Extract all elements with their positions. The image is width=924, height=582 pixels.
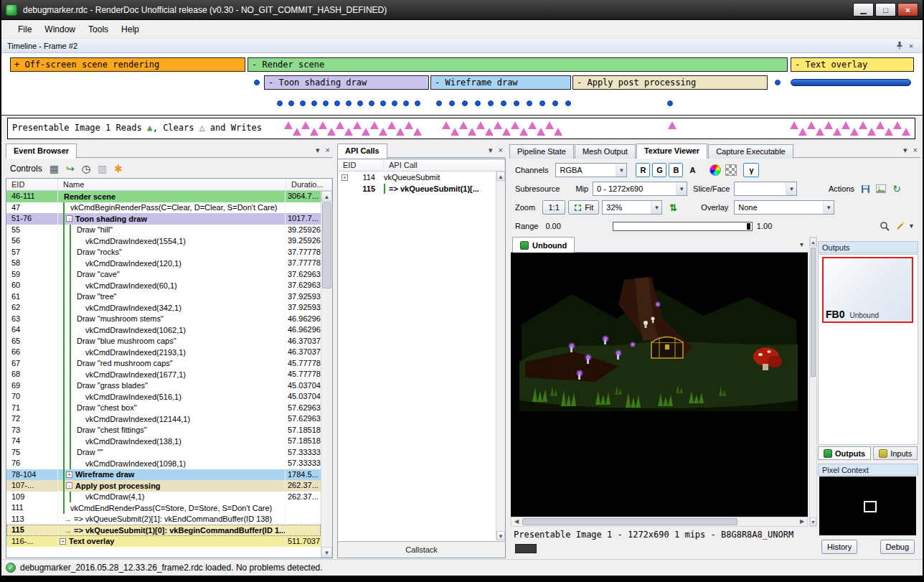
fit-button[interactable]: Fit — [568, 200, 599, 215]
event-row[interactable]: 58vkCmdDrawIndexed(120,1)37.77778 — [6, 258, 321, 269]
draw-marker-dot[interactable] — [392, 100, 397, 106]
chevron-down-icon[interactable]: ▾ — [800, 240, 803, 248]
close-icon[interactable]: × — [499, 146, 503, 155]
tab-texture-viewer[interactable]: Texture Viewer — [636, 144, 707, 159]
channel-r-button[interactable]: R — [636, 163, 650, 177]
pin-icon[interactable] — [894, 41, 905, 51]
find-event-icon[interactable]: ▦ — [50, 164, 59, 174]
fb0-thumbnail[interactable]: FB0 Unbound — [822, 257, 913, 323]
event-row[interactable]: 57Draw "rocks"37.77778 — [6, 247, 321, 258]
tab-inputs[interactable]: Inputs — [873, 446, 918, 460]
close-icon[interactable]: × — [913, 146, 918, 155]
timeline-bar-render-scene[interactable]: - Render scene — [248, 57, 788, 72]
draw-marker-dot[interactable] — [552, 100, 558, 106]
event-row[interactable]: 116-...+Text overlay511.7037 — [6, 536, 321, 548]
event-row[interactable]: 73Draw "chest fittings"57.18518 — [6, 425, 321, 436]
write-marker-triangle[interactable] — [442, 121, 451, 129]
api-calls-scrollbar[interactable]: ▲ ▼ — [496, 172, 505, 540]
write-marker-triangle[interactable] — [859, 121, 867, 129]
collapse-icon[interactable]: - — [66, 482, 72, 489]
event-row[interactable]: 75Draw ""57.33333 — [6, 447, 321, 459]
menu-file[interactable]: File — [11, 22, 38, 37]
expand-icon[interactable]: + — [66, 471, 72, 478]
event-row[interactable]: 78-104+Wireframe draw1784.5... — [6, 469, 321, 481]
menu-help[interactable]: Help — [115, 22, 146, 37]
write-marker-triangle[interactable] — [485, 128, 494, 136]
write-marker-triangle[interactable] — [362, 128, 370, 136]
texture-vscrollbar[interactable]: ▲ ▼ — [809, 237, 817, 527]
close-icon[interactable]: × — [905, 42, 917, 50]
write-marker-triangle[interactable] — [293, 128, 301, 136]
draw-marker-dot[interactable] — [357, 100, 363, 106]
event-row[interactable]: 63Draw "mushroom stems"46.96296 — [6, 314, 321, 325]
write-marker-triangle[interactable] — [816, 128, 824, 136]
tab-mesh-output[interactable]: Mesh Output — [575, 144, 636, 159]
tab-capture-executable[interactable]: Capture Executable — [708, 144, 793, 159]
write-marker-triangle[interactable] — [554, 128, 562, 136]
event-row[interactable]: 111vkCmdEndRenderPass(C=Store, D=Store, … — [6, 502, 321, 514]
magnifier-icon[interactable] — [877, 219, 892, 233]
draw-marker-dot[interactable] — [775, 80, 781, 85]
event-row[interactable]: 68vkCmdDrawIndexed(1677,1)45.77778 — [6, 369, 321, 380]
write-marker-triangle[interactable] — [824, 121, 833, 129]
write-marker-triangle[interactable] — [867, 128, 876, 136]
zoom-1to1-button[interactable]: 1:1 — [542, 200, 565, 215]
write-marker-triangle[interactable] — [344, 128, 353, 136]
event-row[interactable]: 51-76-Toon shading draw1017.7... — [6, 213, 321, 225]
scrollbar-thumb[interactable] — [522, 518, 737, 525]
draw-marker-dot[interactable] — [323, 100, 329, 106]
pixel-context-view[interactable] — [819, 477, 916, 535]
callstack-section[interactable]: Callstack — [338, 541, 505, 558]
channel-a-button[interactable]: A — [685, 163, 699, 177]
expand-icon[interactable]: + — [341, 174, 348, 181]
draw-marker-dot[interactable] — [449, 100, 455, 106]
write-marker-triangle[interactable] — [405, 121, 413, 129]
chevron-down-icon[interactable]: ▾ — [489, 146, 493, 155]
channels-dropdown[interactable]: RGBA ▼ — [555, 163, 627, 177]
event-row[interactable]: 107-...-Apply post processing262.37... — [6, 480, 321, 492]
write-marker-triangle[interactable] — [668, 121, 676, 129]
event-row[interactable]: 55Draw "hill"39.25926 — [6, 225, 321, 236]
event-row[interactable]: 60vkCmdDrawIndexed(60,1)37.62963 — [6, 280, 321, 291]
channel-b-button[interactable]: B — [669, 163, 683, 177]
event-row[interactable]: 56vkCmdDrawIndexed(1554,1)39.25926 — [6, 235, 321, 247]
draw-marker-dot[interactable] — [527, 100, 532, 106]
draw-marker-dot[interactable] — [403, 100, 409, 106]
write-marker-triangle[interactable] — [528, 121, 537, 129]
event-row[interactable]: 47vkCmdBeginRenderPass(C=Clear, D=Clear,… — [6, 202, 321, 214]
write-marker-triangle[interactable] — [798, 128, 807, 136]
scroll-down-icon[interactable]: ▼ — [810, 517, 816, 526]
draw-marker-dot[interactable] — [369, 100, 374, 106]
draw-marker-dot[interactable] — [488, 100, 494, 106]
draw-marker-dot[interactable] — [462, 100, 468, 106]
jump-to-eid-icon[interactable]: ↪ — [66, 164, 75, 174]
tab-outputs[interactable]: Outputs — [818, 446, 871, 460]
timeline-draw-range-bar[interactable] — [791, 79, 911, 86]
write-marker-triangle[interactable] — [502, 128, 511, 136]
collapse-icon[interactable]: - — [66, 215, 72, 222]
expand-icon[interactable]: + — [60, 538, 66, 545]
scroll-down-icon[interactable]: ▼ — [321, 547, 332, 558]
timeline-bar-post-processing[interactable]: - Apply post processing — [572, 75, 768, 90]
write-marker-triangle[interactable] — [494, 121, 502, 129]
close-icon[interactable]: × — [326, 146, 330, 155]
scroll-up-icon[interactable]: ▲ — [321, 191, 332, 202]
flip-y-icon[interactable]: ⇅ — [665, 200, 681, 215]
event-row[interactable]: 67Draw "red mushroom caps"45.77778 — [6, 358, 321, 370]
event-row[interactable]: 115→=> vkQueueSubmit(1)[0]: vkBeginComma… — [6, 525, 321, 536]
autofit-wand-icon[interactable] — [892, 219, 908, 233]
column-eid[interactable]: EID — [6, 179, 58, 190]
event-browser-scrollbar[interactable]: ▲ ▼ — [321, 191, 332, 558]
write-marker-triangle[interactable] — [476, 121, 485, 129]
event-row[interactable]: 109vkCmdDraw(4,1)262.37... — [6, 492, 321, 503]
write-marker-triangle[interactable] — [413, 128, 422, 136]
draw-marker-dot[interactable] — [565, 100, 571, 106]
write-marker-triangle[interactable] — [876, 121, 885, 129]
scrollbar-thumb[interactable] — [811, 248, 816, 377]
tab-pipeline-state[interactable]: Pipeline State — [509, 144, 574, 159]
range-slider-handle[interactable] — [747, 223, 750, 230]
tab-event-browser[interactable]: Event Browser — [6, 144, 77, 159]
write-marker-triangle[interactable] — [370, 121, 379, 129]
api-call-row[interactable]: +114vkQueueSubmit — [338, 172, 496, 183]
write-marker-triangle[interactable] — [468, 128, 476, 136]
